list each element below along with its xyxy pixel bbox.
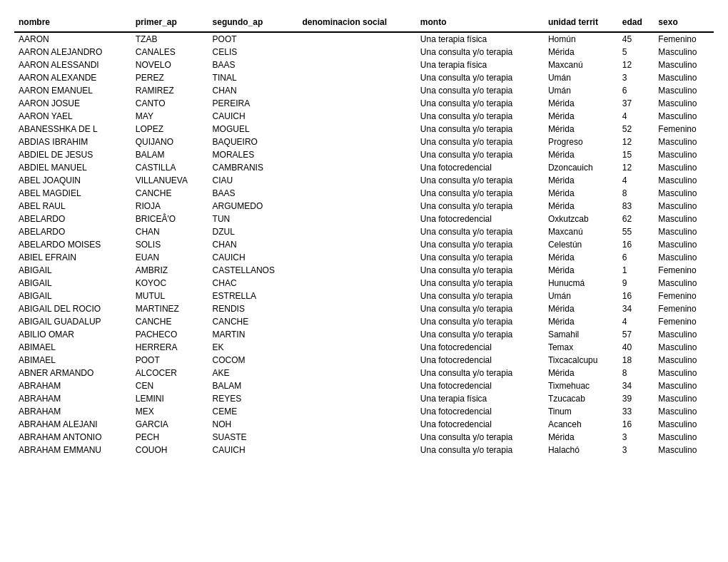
cell-unidad_territ: Progreso xyxy=(544,136,618,148)
cell-monto: Una consulta y/o terapia xyxy=(416,315,544,328)
cell-segundo_ap: NOH xyxy=(208,418,298,431)
cell-nombre: ABDIEL MANUEL xyxy=(14,161,131,174)
cell-segundo_ap: SUASTE xyxy=(208,431,298,444)
cell-sexo: Masculino xyxy=(654,213,714,225)
cell-monto: Una fotocredencial xyxy=(416,161,544,174)
cell-sexo: Masculino xyxy=(654,187,714,200)
cell-denominacion_social xyxy=(298,277,415,290)
cell-primer_ap: EUAN xyxy=(131,251,208,264)
cell-segundo_ap: DZUL xyxy=(208,225,298,238)
table-row: ABEL RAULRIOJAARGUMEDOUna consulta y/o t… xyxy=(14,200,714,213)
cell-denominacion_social xyxy=(298,328,415,341)
cell-sexo: Femenino xyxy=(654,302,714,315)
cell-primer_ap: HERRERA xyxy=(131,341,208,354)
cell-nombre: ABRAHAM xyxy=(14,379,131,392)
cell-segundo_ap: CHAC xyxy=(208,277,298,290)
cell-monto: Una consulta y/o terapia xyxy=(416,97,544,110)
table-row: ABELARDOCHANDZULUna consulta y/o terapia… xyxy=(14,225,714,238)
cell-nombre: ABIGAIL xyxy=(14,277,131,290)
cell-monto: Una consulta y/o terapia xyxy=(416,187,544,200)
cell-unidad_territ: Hunucmá xyxy=(544,277,618,290)
cell-primer_ap: CANCHE xyxy=(131,187,208,200)
cell-denominacion_social xyxy=(298,46,415,58)
cell-unidad_territ: Dzoncauich xyxy=(544,161,618,174)
cell-monto: Una terapia física xyxy=(416,58,544,71)
data-table: nombre primer_ap segundo_ap denominacion… xyxy=(14,14,714,456)
cell-unidad_territ: Umán xyxy=(544,84,618,97)
table-row: ABILIO OMARPACHECOMARTINUna consulta y/o… xyxy=(14,328,714,341)
cell-denominacion_social xyxy=(298,367,415,379)
cell-nombre: ABEL RAUL xyxy=(14,200,131,213)
cell-nombre: ABRAHAM EMMANU xyxy=(14,444,131,456)
cell-primer_ap: KOYOC xyxy=(131,277,208,290)
cell-denominacion_social xyxy=(298,110,415,123)
cell-denominacion_social xyxy=(298,444,415,456)
cell-nombre: ABRAHAM xyxy=(14,392,131,405)
cell-edad: 16 xyxy=(618,238,654,251)
cell-denominacion_social xyxy=(298,238,415,251)
cell-primer_ap: CASTILLA xyxy=(131,161,208,174)
cell-unidad_territ: Mérida xyxy=(544,367,618,379)
cell-sexo: Femenino xyxy=(654,264,714,277)
cell-monto: Una consulta y/o terapia xyxy=(416,225,544,238)
cell-sexo: Masculino xyxy=(654,174,714,187)
cell-sexo: Masculino xyxy=(654,238,714,251)
cell-primer_ap: SOLIS xyxy=(131,238,208,251)
cell-edad: 52 xyxy=(618,123,654,136)
cell-unidad_territ: Celestún xyxy=(544,238,618,251)
cell-primer_ap: LOPEZ xyxy=(131,123,208,136)
cell-primer_ap: NOVELO xyxy=(131,58,208,71)
table-row: ABRAHAM ALEJANIGARCIANOHUna fotocredenci… xyxy=(14,418,714,431)
cell-segundo_ap: CAUICH xyxy=(208,110,298,123)
cell-monto: Una fotocredencial xyxy=(416,379,544,392)
cell-monto: Una consulta y/o terapia xyxy=(416,238,544,251)
cell-denominacion_social xyxy=(298,418,415,431)
cell-denominacion_social xyxy=(298,341,415,354)
cell-nombre: ABIMAEL xyxy=(14,354,131,367)
cell-edad: 34 xyxy=(618,379,654,392)
cell-primer_ap: POOT xyxy=(131,354,208,367)
cell-segundo_ap: TINAL xyxy=(208,71,298,84)
cell-sexo: Masculino xyxy=(654,328,714,341)
cell-primer_ap: MAY xyxy=(131,110,208,123)
cell-sexo: Masculino xyxy=(654,71,714,84)
cell-sexo: Masculino xyxy=(654,379,714,392)
cell-nombre: ABIEL EFRAIN xyxy=(14,251,131,264)
cell-unidad_territ: Tixmehuac xyxy=(544,379,618,392)
table-row: ABIGAILAMBRIZCASTELLANOSUna consulta y/o… xyxy=(14,264,714,277)
col-primer-ap: primer_ap xyxy=(131,14,208,32)
table-row: ABIEL EFRAINEUANCAUICHUna consulta y/o t… xyxy=(14,251,714,264)
cell-denominacion_social xyxy=(298,174,415,187)
cell-edad: 16 xyxy=(618,290,654,302)
table-row: AARON EMANUELRAMIREZCHANUna consulta y/o… xyxy=(14,84,714,97)
cell-unidad_territ: Oxkutzcab xyxy=(544,213,618,225)
cell-sexo: Masculino xyxy=(654,251,714,264)
cell-edad: 4 xyxy=(618,174,654,187)
cell-primer_ap: MARTINEZ xyxy=(131,302,208,315)
table-row: AARON YAELMAYCAUICHUna consulta y/o tera… xyxy=(14,110,714,123)
cell-sexo: Masculino xyxy=(654,136,714,148)
cell-sexo: Masculino xyxy=(654,418,714,431)
cell-nombre: AARON ALESSANDI xyxy=(14,58,131,71)
cell-edad: 6 xyxy=(618,84,654,97)
cell-primer_ap: BALAM xyxy=(131,148,208,161)
cell-primer_ap: AMBRIZ xyxy=(131,264,208,277)
cell-edad: 4 xyxy=(618,315,654,328)
cell-unidad_territ: Samahil xyxy=(544,328,618,341)
cell-nombre: ABIGAIL xyxy=(14,264,131,277)
cell-sexo: Masculino xyxy=(654,341,714,354)
cell-unidad_territ: Umán xyxy=(544,71,618,84)
cell-sexo: Masculino xyxy=(654,58,714,71)
cell-edad: 39 xyxy=(618,392,654,405)
cell-edad: 3 xyxy=(618,431,654,444)
cell-segundo_ap: CAMBRANIS xyxy=(208,161,298,174)
cell-unidad_territ: Mérida xyxy=(544,200,618,213)
cell-segundo_ap: MORALES xyxy=(208,148,298,161)
cell-unidad_territ: Mérida xyxy=(544,46,618,58)
cell-primer_ap: CEN xyxy=(131,379,208,392)
table-row: AARONTZABPOOTUna terapia físicaHomún45Fe… xyxy=(14,32,714,46)
cell-monto: Una consulta y/o terapia xyxy=(416,123,544,136)
cell-edad: 37 xyxy=(618,97,654,110)
cell-primer_ap: ALCOCER xyxy=(131,367,208,379)
table-row: ABNER ARMANDOALCOCERAKEUna consulta y/o … xyxy=(14,367,714,379)
